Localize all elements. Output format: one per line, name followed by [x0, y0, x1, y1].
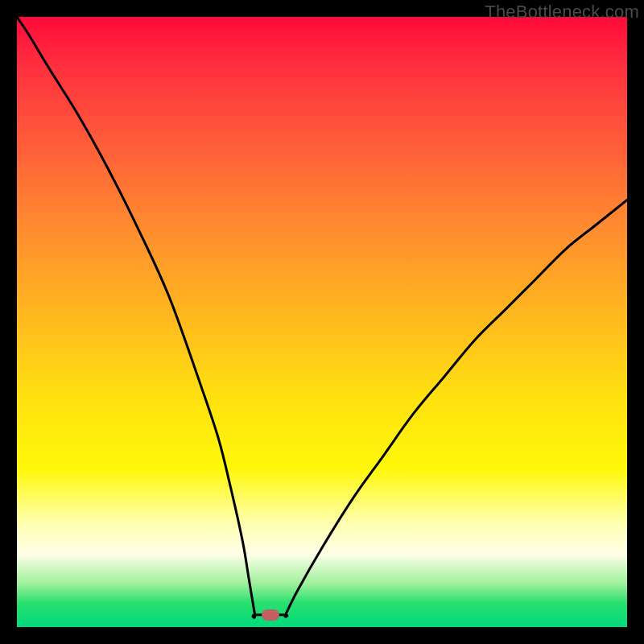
watermark-text: TheBottleneck.com: [485, 2, 639, 23]
plot-area: [17, 17, 627, 627]
bottleneck-curve: [17, 17, 627, 627]
optimal-point-marker: [262, 609, 279, 621]
